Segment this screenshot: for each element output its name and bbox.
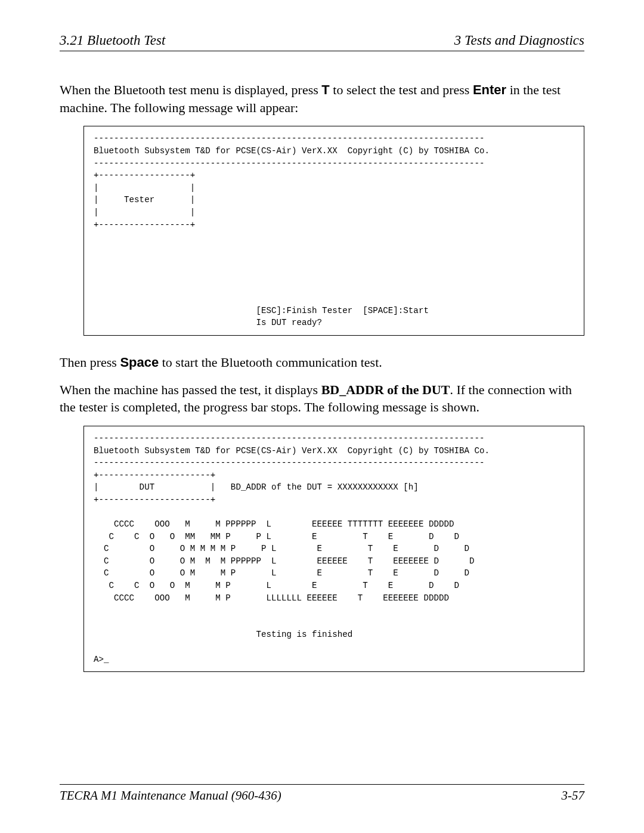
p3-prefix: When the machine has passed the test, it… bbox=[60, 382, 321, 397]
p2-prefix: Then press bbox=[60, 355, 120, 370]
terminal-output-1: ----------------------------------------… bbox=[83, 126, 584, 336]
p1-key-Enter: Enter bbox=[473, 82, 506, 97]
paragraph-1: When the Bluetooth test menu is displaye… bbox=[60, 81, 584, 116]
p1-prefix: When the Bluetooth test menu is displaye… bbox=[60, 82, 321, 97]
header-left: 3.21 Bluetooth Test bbox=[60, 33, 165, 48]
footer-left: TECRA M1 Maintenance Manual (960-436) bbox=[60, 788, 281, 803]
p2-key-Space: Space bbox=[120, 355, 159, 370]
p1-key-T: T bbox=[321, 82, 329, 97]
terminal-output-2: ----------------------------------------… bbox=[83, 426, 584, 672]
p2-suffix: to start the Bluetooth communication tes… bbox=[159, 355, 382, 370]
page: 3.21 Bluetooth Test 3 Tests and Diagnost… bbox=[0, 0, 644, 833]
footer-right: 3-57 bbox=[562, 788, 585, 803]
paragraph-2: Then press Space to start the Bluetooth … bbox=[60, 354, 584, 371]
header-right: 3 Tests and Diagnostics bbox=[454, 33, 584, 48]
p3-bdaddr: BD_ADDR of the DUT bbox=[321, 382, 450, 397]
page-footer: TECRA M1 Maintenance Manual (960-436) 3-… bbox=[60, 784, 584, 803]
p1-mid: to select the test and press bbox=[330, 82, 473, 97]
paragraph-3: When the machine has passed the test, it… bbox=[60, 381, 584, 416]
page-header: 3.21 Bluetooth Test 3 Tests and Diagnost… bbox=[60, 33, 584, 51]
